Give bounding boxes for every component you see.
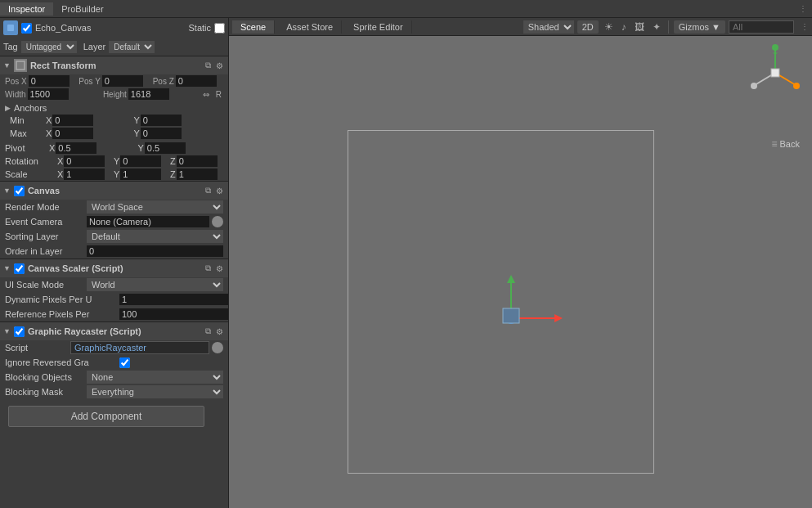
ignore-reversed-label: Ignore Reversed Gra — [5, 357, 119, 367]
effects-icon[interactable]: ✦ — [650, 21, 663, 33]
reference-pixels-row: Reference Pixels Per — [0, 307, 228, 321]
tag-layer-row: Tag Untagged Layer Default — [0, 38, 228, 56]
right-area: Scene Asset Store Sprite Editor Shaded 2… — [229, 18, 812, 508]
light-icon[interactable]: ☀ — [602, 21, 616, 33]
pivot-x-group: X — [49, 142, 135, 154]
sorting-layer-select[interactable]: Default — [87, 230, 223, 243]
rect-settings-icon[interactable]: ⚙ — [214, 61, 225, 70]
image-icon[interactable]: 🖼 — [632, 21, 647, 33]
blocking-objects-select[interactable]: None — [87, 371, 223, 384]
rect-scale-icon[interactable]: ⇔ — [201, 90, 211, 99]
event-camera-input[interactable] — [87, 216, 209, 227]
width-input[interactable] — [28, 88, 69, 100]
posx-input[interactable] — [29, 75, 70, 87]
max-y-input[interactable] — [141, 128, 182, 139]
reference-pixels-input[interactable] — [119, 308, 229, 320]
script-picker[interactable] — [212, 342, 223, 353]
panel-dots: ⋮ — [801, 22, 809, 31]
canvas-scaler-copy-icon[interactable]: ⧉ — [204, 263, 213, 273]
posz-group: Pos Z — [153, 75, 223, 87]
dynamic-pixels-input[interactable] — [119, 294, 229, 305]
gizmos-button[interactable]: Gizmos ▼ — [674, 20, 725, 34]
anchors-header[interactable]: ▶ Anchors — [5, 102, 223, 114]
scale-z-input[interactable] — [177, 169, 218, 180]
object-active-checkbox[interactable] — [21, 23, 32, 34]
tab-sprite-editor[interactable]: Sprite Editor — [345, 20, 412, 34]
graphic-raycaster-copy-icon[interactable]: ⧉ — [204, 326, 213, 336]
scene-viewport[interactable]: Y ≡ Back — [229, 36, 812, 508]
rect-transform-header[interactable]: ▼ Rect Transform ⧉ ⚙ — [0, 56, 228, 74]
blocking-mask-select[interactable]: Everything — [87, 385, 223, 398]
graphic-raycaster-settings-icon[interactable]: ⚙ — [214, 327, 225, 336]
order-in-layer-input[interactable] — [87, 245, 223, 257]
max-x-label: X — [46, 128, 52, 138]
min-x-input[interactable] — [52, 115, 93, 126]
layer-select[interactable]: Default — [109, 41, 155, 53]
posz-input[interactable] — [176, 75, 217, 87]
rect-size-row: Width Height ⇔ R — [0, 88, 228, 101]
render-mode-label: Render Mode — [5, 202, 87, 212]
rot-z-input[interactable] — [177, 155, 218, 167]
posy-input[interactable] — [102, 75, 143, 87]
tab-inspector[interactable]: Inspector — [0, 2, 53, 16]
scale-row: Scale X Y Z — [0, 168, 228, 181]
pivot-y-input[interactable] — [145, 142, 186, 154]
tab-probuilder[interactable]: ProBuilder — [53, 2, 111, 16]
shaded-select[interactable]: Shaded — [523, 20, 574, 34]
ui-scale-mode-select[interactable]: World — [87, 278, 223, 291]
max-y-label: Y — [134, 128, 140, 138]
tag-select[interactable]: Untagged — [21, 41, 77, 53]
scale-y-input[interactable] — [120, 169, 161, 180]
min-y-input[interactable] — [141, 115, 182, 126]
scale-x-input[interactable] — [64, 169, 105, 180]
rot-y-input[interactable] — [120, 155, 161, 167]
order-in-layer-label: Order in Layer — [5, 246, 87, 256]
posy-group: Pos Y — [79, 75, 149, 87]
script-label: Script — [5, 343, 70, 353]
scale-x-group: X — [57, 169, 110, 180]
canvas-scaler-icons: ⧉ ⚙ — [204, 263, 225, 273]
min-x-group: X — [46, 115, 131, 126]
canvas-scaler-settings-icon[interactable]: ⚙ — [214, 264, 225, 273]
min-x-label: X — [46, 115, 52, 125]
anchors-title: Anchors — [14, 103, 47, 113]
max-x-input[interactable] — [52, 128, 93, 139]
object-name-input[interactable] — [35, 23, 188, 33]
audio-icon[interactable]: ♪ — [619, 21, 629, 33]
rect-r-icon[interactable]: R — [214, 90, 223, 99]
search-input[interactable] — [729, 20, 794, 34]
rect-copy-icon[interactable]: ⧉ — [204, 61, 213, 70]
tab-asset-store[interactable]: Asset Store — [278, 20, 342, 34]
rot-z-label: Z — [170, 156, 176, 166]
gizmo-container — [474, 273, 556, 339]
blocking-mask-label: Blocking Mask — [5, 387, 87, 397]
graphic-raycaster-checkbox[interactable] — [14, 326, 25, 337]
min-y-label: Y — [134, 115, 140, 125]
pivot-x-input[interactable] — [56, 142, 96, 154]
scale-y-group: Y — [114, 169, 167, 180]
render-mode-select[interactable]: World Space — [87, 200, 223, 214]
graphic-raycaster-section: ▼ Graphic Raycaster (Script) ⧉ ⚙ Script … — [0, 321, 228, 399]
dynamic-pixels-label: Dynamic Pixels Per U — [5, 294, 119, 304]
canvas-settings-icon[interactable]: ⚙ — [214, 187, 225, 196]
canvas-copy-icon[interactable]: ⧉ — [204, 186, 213, 196]
canvas-enabled-checkbox[interactable] — [14, 186, 25, 196]
rot-x-input[interactable] — [64, 155, 105, 167]
rect-pos-row: Pos X Pos Y Pos Z — [0, 74, 228, 88]
rot-y-group: Y — [114, 155, 167, 167]
canvas-header[interactable]: ▼ Canvas ⧉ ⚙ — [0, 182, 228, 200]
ui-scale-mode-label: UI Scale Mode — [5, 280, 87, 290]
posy-label: Pos Y — [79, 77, 101, 86]
static-checkbox[interactable] — [214, 23, 225, 34]
object-icon — [3, 20, 18, 35]
ignore-reversed-checkbox[interactable] — [119, 357, 130, 368]
event-camera-picker[interactable] — [212, 216, 223, 227]
2d-button[interactable]: 2D — [577, 20, 599, 34]
canvas-scaler-checkbox[interactable] — [14, 263, 25, 274]
canvas-scaler-header[interactable]: ▼ Canvas Scaler (Script) ⧉ ⚙ — [0, 259, 228, 277]
tab-scene[interactable]: Scene — [232, 20, 275, 34]
height-input[interactable] — [128, 88, 169, 100]
add-component-button[interactable]: Add Component — [8, 406, 204, 427]
graphic-raycaster-header[interactable]: ▼ Graphic Raycaster (Script) ⧉ ⚙ — [0, 322, 228, 340]
rot-y-label: Y — [114, 156, 119, 166]
